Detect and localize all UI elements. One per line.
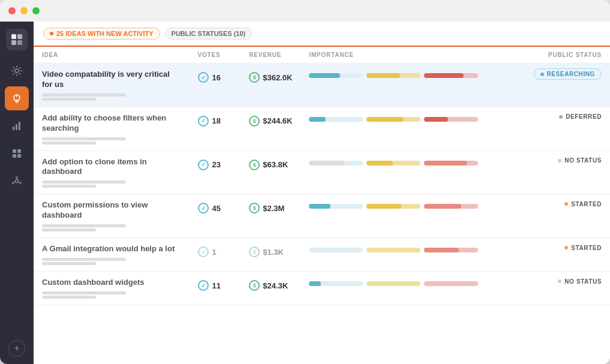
importance-bar-fill-1 — [366, 161, 393, 166]
votes-check-icon: ✓ — [198, 280, 209, 291]
importance-cell — [301, 107, 516, 151]
status-badge: NO STATUS — [558, 157, 602, 164]
status-badge: NO STATUS — [558, 278, 602, 285]
svg-rect-1 — [17, 34, 22, 39]
votes-cell: ✓11 — [190, 272, 241, 305]
idea-title: Video compatability is very critical for… — [42, 70, 181, 90]
status-label: DEFERRED — [566, 113, 602, 120]
svg-point-15 — [20, 182, 22, 184]
svg-point-14 — [16, 177, 18, 179]
close-button[interactable] — [8, 7, 16, 14]
idea-cell: A Gmail integration would help a lot — [34, 238, 190, 272]
idea-cell: Video compatability is very critical for… — [34, 64, 190, 107]
app-window: + 25 IDEAS WITH NEW ACTIVITY PUBLIC STAT… — [0, 0, 610, 364]
svg-rect-7 — [16, 124, 17, 130]
importance-bar-group-2 — [424, 73, 478, 78]
activity-filter-badge[interactable]: 25 IDEAS WITH NEW ACTIVITY — [43, 28, 160, 40]
status-filter-label: PUBLIC STATUSES (10) — [172, 30, 246, 37]
votes-number: 1 — [212, 248, 217, 257]
table-row[interactable]: Video compatability is very critical for… — [34, 64, 610, 107]
status-label: STARTED — [571, 245, 602, 251]
importance-bar-group-0 — [309, 204, 363, 209]
sidebar-item-analytics[interactable] — [5, 114, 29, 138]
importance-bar-group-1 — [366, 117, 420, 122]
votes-number: 11 — [212, 281, 221, 290]
ideas-table-container[interactable]: IDEA VOTES REVENUE IMPORTANCE PUBLIC STA… — [34, 47, 610, 364]
status-label: NO STATUS — [564, 157, 602, 164]
idea-bar-2 — [42, 262, 96, 265]
revenue-number: $244.6K — [263, 116, 292, 125]
idea-cell: Custom permissions to view dashboard — [34, 194, 190, 238]
idea-bar-1 — [42, 94, 126, 97]
votes-number: 23 — [212, 160, 221, 169]
status-dot — [564, 202, 568, 206]
importance-bar-group-2 — [424, 204, 478, 209]
importance-bar-fill-1 — [366, 204, 401, 209]
status-label: RESEARCHING — [547, 71, 596, 77]
idea-bar-1 — [42, 291, 126, 294]
sidebar-item-board[interactable] — [5, 142, 29, 166]
status-badge: DEFERRED — [559, 113, 602, 120]
activity-filter-label: 25 IDEAS WITH NEW ACTIVITY — [56, 30, 154, 37]
revenue-cell: $$362.0K — [241, 64, 301, 107]
status-cell: DEFERRED — [516, 107, 610, 151]
importance-bar-fill-1 — [366, 117, 404, 122]
toolbar: 25 IDEAS WITH NEW ACTIVITY PUBLIC STATUS… — [34, 22, 610, 47]
status-dot — [558, 159, 561, 163]
status-filter-badge[interactable]: PUBLIC STATUSES (10) — [165, 28, 253, 40]
svg-point-16 — [13, 182, 14, 184]
minimize-button[interactable] — [20, 7, 28, 14]
revenue-icon: $ — [249, 72, 260, 83]
status-cell: STARTED — [516, 238, 610, 272]
sidebar-item-gear[interactable] — [5, 59, 29, 83]
revenue-cell: $$2.3M — [241, 194, 301, 238]
col-header-votes: VOTES — [190, 47, 241, 64]
table-header-row: IDEA VOTES REVENUE IMPORTANCE PUBLIC STA… — [34, 47, 610, 64]
table-row[interactable]: Add option to clone items in dashboard✓2… — [34, 151, 610, 194]
importance-bar-fill-0 — [309, 204, 330, 209]
svg-rect-3 — [17, 40, 22, 45]
importance-bar-group-1 — [366, 248, 420, 252]
col-header-status: PUBLIC STATUS — [516, 47, 610, 64]
sidebar-item-ideas[interactable] — [5, 86, 29, 110]
idea-title: Custom dashboard widgets — [42, 278, 181, 288]
status-dot — [540, 73, 544, 76]
idea-bar-1 — [42, 258, 126, 261]
svg-point-4 — [15, 69, 19, 73]
idea-bar-1 — [42, 181, 126, 183]
table-row[interactable]: Custom permissions to view dashboard✓45$… — [34, 194, 610, 238]
sidebar-add-button[interactable]: + — [8, 340, 25, 357]
revenue-number: $1.3K — [263, 248, 284, 257]
importance-bar-group-0 — [309, 161, 363, 166]
main-content: 25 IDEAS WITH NEW ACTIVITY PUBLIC STATUS… — [34, 22, 610, 364]
importance-bar-group-1 — [366, 204, 420, 209]
idea-bar-2 — [42, 185, 96, 188]
idea-cell: Add ability to choose filters when searc… — [34, 107, 190, 151]
svg-line-18 — [18, 182, 20, 183]
maximize-button[interactable] — [32, 7, 40, 14]
sidebar-logo — [6, 29, 28, 50]
votes-cell: ✓16 — [190, 64, 241, 107]
idea-bar-1 — [42, 137, 126, 140]
svg-rect-11 — [13, 154, 16, 158]
votes-cell: ✓45 — [190, 194, 241, 238]
idea-cell: Custom dashboard widgets — [34, 272, 190, 305]
idea-bar-2 — [42, 296, 96, 299]
sidebar-item-integrations[interactable] — [5, 169, 29, 193]
table-row[interactable]: A Gmail integration would help a lot✓1$$… — [34, 238, 610, 272]
status-dot — [564, 246, 568, 249]
status-cell: NO STATUS — [516, 151, 610, 194]
idea-bar-container — [42, 94, 181, 101]
table-row[interactable]: Add ability to choose filters when searc… — [34, 107, 610, 151]
status-badge: RESEARCHING — [534, 68, 602, 80]
idea-bar-container — [42, 224, 181, 231]
votes-number: 45 — [212, 204, 221, 213]
importance-cell — [301, 272, 516, 305]
revenue-cell: $$244.6K — [241, 107, 301, 151]
status-badge: STARTED — [564, 201, 602, 207]
importance-bar-group-1 — [366, 161, 420, 166]
importance-bar-group-2 — [424, 248, 478, 252]
importance-bar-fill-2 — [424, 73, 464, 78]
table-row[interactable]: Custom dashboard widgets✓11$$24.3KNO STA… — [34, 272, 610, 305]
revenue-icon: $ — [249, 116, 260, 127]
